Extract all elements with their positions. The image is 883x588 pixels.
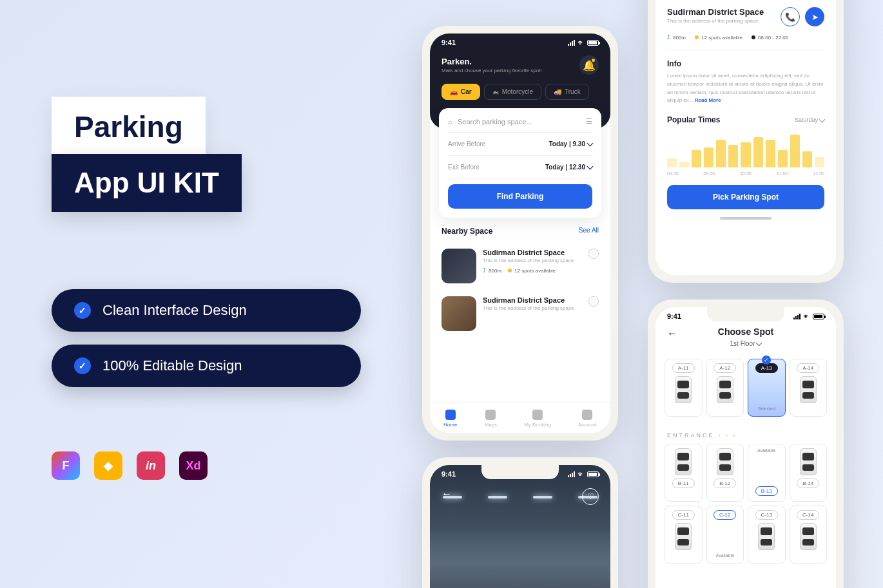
spots-text: 12 spots available	[514, 268, 556, 274]
detail-address: This is the address of the parking space	[667, 18, 764, 24]
bar-label: 11.00	[777, 171, 788, 176]
find-parking-button[interactable]: Find Parking	[448, 184, 592, 209]
chevron-down-icon	[587, 140, 594, 147]
truck-icon: 🚚	[554, 88, 561, 95]
read-more-link[interactable]: Read More	[695, 97, 721, 103]
spot-c14[interactable]: C-14	[790, 506, 828, 564]
distance-text: 800m	[673, 35, 686, 41]
feature-2-text: 100% Editable Design	[102, 357, 242, 374]
spot-b12[interactable]: B-12	[706, 444, 744, 502]
favorite-button[interactable]: ♡	[582, 488, 599, 505]
spot-number: A-14	[797, 363, 819, 373]
feature-pill-1: ✓ Clean Interface Design	[52, 289, 361, 332]
info-text: Lorem ipsum dolor sit amet, consectetur …	[667, 72, 824, 105]
signal-icon	[568, 471, 575, 477]
space-thumbnail	[442, 249, 476, 283]
status-time: 9:41	[442, 470, 456, 478]
vehicle-tab-car[interactable]: 🚗Car	[442, 84, 480, 100]
invision-icon: in	[137, 451, 165, 480]
exit-value-selector[interactable]: Today | 12.30	[545, 164, 592, 171]
spot-number: A-13	[755, 363, 778, 373]
tab-label: Motorcycle	[502, 88, 533, 95]
day-selector[interactable]: Saturday	[795, 117, 824, 123]
entrance-label: ENTRANCE› › ›	[655, 427, 836, 444]
favorite-button[interactable]: ♡	[588, 249, 599, 259]
spot-number: B-13	[755, 486, 778, 496]
car-icon	[800, 376, 817, 403]
pick-spot-button[interactable]: Pick Parking Spot	[667, 185, 824, 209]
arrive-value-selector[interactable]: Today | 9.30	[548, 140, 592, 147]
chart-bar	[802, 151, 812, 167]
chart-bar	[766, 140, 775, 167]
spot-status: Available	[716, 553, 734, 558]
spot-a11[interactable]: A-11	[665, 359, 703, 417]
back-button[interactable]: ←	[442, 488, 452, 500]
spot-a14[interactable]: A-14	[790, 359, 828, 417]
space-name: Sudirman District Space	[483, 249, 582, 256]
status-time: 9:41	[667, 312, 681, 320]
search-input[interactable]: Search parking space...	[458, 118, 532, 126]
search-icon: ⌕	[448, 118, 452, 126]
popular-title: Popular Times	[667, 115, 720, 124]
booking-icon	[532, 410, 543, 420]
spots-icon	[695, 35, 699, 39]
page-title: Choose Spot	[655, 327, 836, 337]
spot-a13[interactable]: A-13Selected	[748, 359, 786, 417]
spot-number: A-12	[713, 363, 736, 373]
phone-image-view: 9:41 ᯤ ← ♡	[422, 457, 618, 588]
distance-text: 800m	[489, 268, 501, 274]
space-card[interactable]: Sudirman District Space This is the addr…	[430, 290, 610, 337]
spot-number: B-12	[713, 479, 736, 488]
spot-status: Selected	[758, 406, 775, 411]
spot-c11[interactable]: C-11	[665, 506, 703, 564]
spot-c12[interactable]: C-12Available	[706, 506, 744, 564]
notch	[481, 33, 559, 48]
spot-number: C-13	[755, 510, 778, 520]
maps-icon	[485, 410, 496, 420]
sketch-icon: ◆	[94, 451, 122, 480]
notification-button[interactable]: 🔔	[579, 55, 599, 75]
nav-account[interactable]: Account	[578, 410, 597, 428]
spot-number: B-11	[672, 479, 695, 488]
nav-booking[interactable]: My Booking	[524, 410, 551, 428]
app-name: Parken.	[442, 57, 542, 66]
info-body: Lorem ipsum dolor sit amet, consectetur …	[667, 73, 823, 103]
favorite-button[interactable]: ♡	[588, 296, 599, 307]
signal-icon	[793, 314, 801, 319]
space-card[interactable]: Sudirman District Space This is the addr…	[430, 242, 610, 290]
navigate-button[interactable]: ➤	[805, 7, 824, 26]
spot-b14[interactable]: B-14	[790, 444, 828, 502]
floor-selector[interactable]: 1st Floor	[730, 340, 762, 347]
phone-choose-spot: 9:41 ᯤ ← Choose Spot 1st Floor A-11 A-12…	[648, 299, 844, 588]
bar-label: 12.00	[813, 171, 824, 176]
vehicle-tab-truck[interactable]: 🚚Truck	[545, 84, 589, 100]
nav-maps[interactable]: Maps	[484, 410, 497, 428]
chart-bar	[790, 135, 800, 167]
spot-c13[interactable]: C-13	[748, 506, 786, 564]
chart-bar	[679, 162, 689, 167]
spot-a12[interactable]: A-12	[706, 359, 744, 417]
bar-label: 09.00	[704, 171, 715, 176]
check-icon: ✓	[74, 302, 91, 319]
spot-b13[interactable]: AvailableB-13	[748, 444, 786, 502]
filter-icon[interactable]: ☰	[586, 117, 592, 126]
see-all-link[interactable]: See All	[579, 227, 599, 236]
spot-b11[interactable]: B-11	[665, 444, 703, 502]
space-thumbnail	[442, 296, 476, 331]
back-button[interactable]: ←	[667, 328, 677, 339]
home-icon	[445, 410, 456, 420]
bottom-nav: Home Maps My Booking Account	[430, 403, 610, 433]
check-icon: ✓	[74, 357, 91, 374]
promo-title-1: Parking	[52, 97, 206, 157]
nav-home[interactable]: Home	[443, 410, 457, 428]
battery-icon	[587, 471, 599, 477]
battery-icon	[813, 314, 824, 319]
car-icon	[675, 448, 692, 475]
call-button[interactable]: 📞	[781, 7, 800, 26]
nav-label: Home	[443, 422, 457, 428]
notch	[707, 307, 784, 321]
chart-bar	[778, 150, 788, 168]
vehicle-tab-motorcycle[interactable]: 🏍Motorcycle	[484, 84, 541, 100]
signal-icon	[568, 40, 575, 46]
chart-bar	[753, 137, 763, 167]
